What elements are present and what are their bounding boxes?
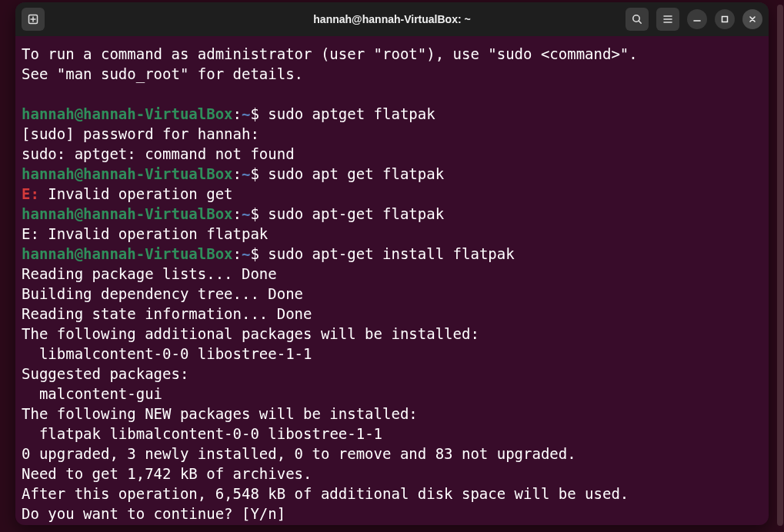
output-line: The following NEW packages will be insta… <box>22 405 418 422</box>
output-line: flatpak libmalcontent-0-0 libostree-1-1 <box>22 425 382 442</box>
intro-line: To run a command as administrator (user … <box>22 45 638 62</box>
prompt-userhost: hannah@hannah-VirtualBox <box>22 165 233 182</box>
output-line: E: Invalid operation flatpak <box>22 225 268 242</box>
output-line: malcontent-gui <box>22 385 162 402</box>
prompt-sym: $ <box>250 165 268 182</box>
prompt-sym: $ <box>250 105 268 122</box>
prompt-sep: : <box>233 245 242 262</box>
prompt-sep: : <box>233 205 242 222</box>
prompt-userhost: hannah@hannah-VirtualBox <box>22 105 233 122</box>
command: sudo apt-get flatpak <box>268 205 444 222</box>
output-line: [sudo] password for hannah: <box>22 125 268 142</box>
close-button[interactable] <box>742 9 762 29</box>
output-line: The following additional packages will b… <box>22 325 479 342</box>
prompt-sep: : <box>233 105 242 122</box>
titlebar: hannah@hannah-VirtualBox: ~ <box>15 2 769 36</box>
prompt-sep: : <box>233 165 242 182</box>
minimize-button[interactable] <box>687 9 707 29</box>
command: sudo apt get flatpak <box>268 165 444 182</box>
output-line: sudo: aptget: command not found <box>22 145 295 162</box>
prompt-userhost: hannah@hannah-VirtualBox <box>22 245 233 262</box>
command: sudo apt-get install flatpak <box>268 245 514 262</box>
prompt-userhost: hannah@hannah-VirtualBox <box>22 205 233 222</box>
output-line: Building dependency tree... Done <box>22 285 303 302</box>
menu-button[interactable] <box>656 8 679 31</box>
prompt-path: ~ <box>242 105 250 122</box>
output-line: After this operation, 6,548 kB of additi… <box>22 485 629 502</box>
output-line: Reading state information... Done <box>22 305 312 322</box>
prompt-sym: $ <box>250 205 268 222</box>
prompt-path: ~ <box>242 245 250 262</box>
output-line: Reading package lists... Done <box>22 265 277 282</box>
terminal-window: hannah@hannah-VirtualBox: ~ To run a com… <box>15 2 769 525</box>
svg-rect-2 <box>722 17 728 22</box>
page-scrollbar[interactable] <box>777 5 783 526</box>
command: sudo aptget flatpak <box>268 105 435 122</box>
terminal-body[interactable]: To run a command as administrator (user … <box>15 36 769 525</box>
intro-line: See "man sudo_root" for details. <box>22 65 303 82</box>
output-line: 0 upgraded, 3 newly installed, 0 to remo… <box>22 445 576 462</box>
output-line: Invalid operation get <box>39 185 233 202</box>
search-button[interactable] <box>626 8 649 31</box>
maximize-button[interactable] <box>715 9 735 29</box>
prompt-path: ~ <box>242 165 250 182</box>
output-line: libmalcontent-0-0 libostree-1-1 <box>22 345 312 362</box>
new-tab-button[interactable] <box>22 8 45 31</box>
error-tag: E: <box>22 185 39 202</box>
output-line: Do you want to continue? [Y/n] <box>22 505 295 522</box>
output-line: Suggested packages: <box>22 365 188 382</box>
output-line: Need to get 1,742 kB of archives. <box>22 465 312 482</box>
prompt-path: ~ <box>242 205 250 222</box>
prompt-sym: $ <box>250 245 268 262</box>
